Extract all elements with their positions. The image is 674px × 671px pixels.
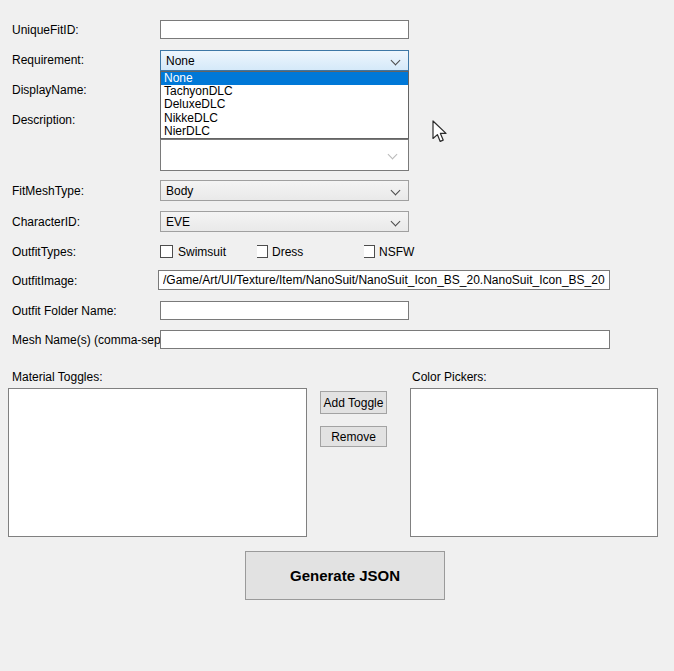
outfit-folder-name-label: Outfit Folder Name: xyxy=(12,304,117,318)
fit-mesh-type-label: FitMeshType: xyxy=(12,184,84,198)
outfit-folder-name-input[interactable] xyxy=(160,301,409,320)
swimsuit-checkbox[interactable] xyxy=(160,245,173,258)
unique-fit-id-label: UniqueFitID: xyxy=(12,23,79,37)
dropdown-option-none[interactable]: None xyxy=(161,72,408,85)
outfit-editor-window: UniqueFitID: Requirement: None None Tach… xyxy=(0,0,674,671)
display-name-label: DisplayName: xyxy=(12,83,87,97)
swimsuit-checkbox-label[interactable]: Swimsuit xyxy=(178,245,226,259)
character-id-selected-value: EVE xyxy=(166,215,190,229)
requirement-combobox[interactable]: None xyxy=(160,50,409,71)
character-id-label: CharacterID: xyxy=(12,215,80,229)
description-label: Description: xyxy=(12,113,75,127)
requirement-label: Requirement: xyxy=(12,53,84,67)
color-pickers-listbox[interactable] xyxy=(410,388,658,537)
remove-button[interactable]: Remove xyxy=(320,426,387,447)
mesh-names-input[interactable] xyxy=(160,330,610,349)
mesh-names-label: Mesh Name(s) (comma-sep): xyxy=(12,333,168,347)
nsfw-checkbox[interactable] xyxy=(364,245,375,258)
nsfw-checkbox-label[interactable]: NSFW xyxy=(379,245,414,259)
description-textarea[interactable] xyxy=(160,139,409,171)
dress-checkbox-label[interactable]: Dress xyxy=(272,245,303,259)
requirement-selected-value: None xyxy=(166,54,195,68)
outfit-types-label: OutfitTypes: xyxy=(12,245,76,259)
dress-checkbox[interactable] xyxy=(257,245,268,258)
outfit-image-label: OutfitImage: xyxy=(12,274,77,288)
fit-mesh-type-selected-value: Body xyxy=(166,184,193,198)
scrollbar-down-arrow-icon xyxy=(388,150,398,160)
dropdown-option-deluxedlc[interactable]: DeluxeDLC xyxy=(161,98,408,111)
chevron-down-icon xyxy=(391,217,401,227)
dropdown-option-nierdlc[interactable]: NierDLC xyxy=(161,125,408,138)
add-toggle-button[interactable]: Add Toggle xyxy=(320,391,387,414)
material-toggles-label: Material Toggles: xyxy=(12,370,103,384)
mouse-cursor-icon xyxy=(432,120,450,146)
generate-json-button[interactable]: Generate JSON xyxy=(245,551,445,600)
unique-fit-id-input[interactable] xyxy=(160,20,409,39)
dropdown-option-nikkedlc[interactable]: NikkeDLC xyxy=(161,112,408,125)
dropdown-option-tachyondlc[interactable]: TachyonDLC xyxy=(161,85,408,98)
requirement-dropdown-list: None TachyonDLC DeluxeDLC NikkeDLC NierD… xyxy=(160,71,409,139)
chevron-down-icon xyxy=(391,186,401,196)
material-toggles-listbox[interactable] xyxy=(8,388,307,537)
fit-mesh-type-combobox[interactable]: Body xyxy=(160,180,409,201)
color-pickers-label: Color Pickers: xyxy=(412,370,487,384)
outfit-image-input[interactable] xyxy=(158,270,610,290)
chevron-down-icon xyxy=(391,56,401,66)
character-id-combobox[interactable]: EVE xyxy=(160,211,409,232)
